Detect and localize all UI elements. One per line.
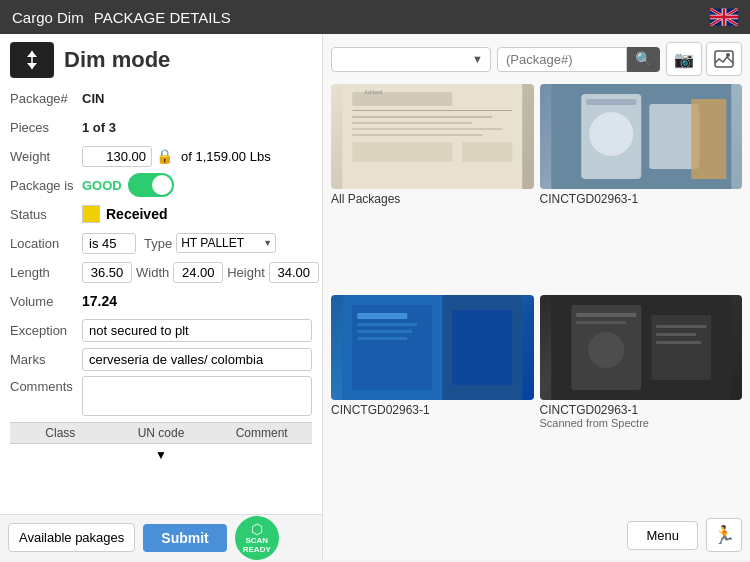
right-bottom-bar: Menu 🏃	[331, 518, 742, 552]
svg-rect-35	[651, 315, 711, 380]
type-select-wrapper: HT PALLET	[176, 233, 276, 253]
svg-rect-12	[352, 134, 482, 136]
svg-rect-25	[357, 313, 407, 319]
search-box: 🔍	[497, 47, 660, 72]
photo-item-1[interactable]: Ashland All Packages	[331, 84, 534, 289]
length-input[interactable]	[82, 262, 132, 283]
svg-point-5	[726, 53, 730, 57]
location-controls: Type HT PALLET	[82, 233, 276, 254]
svg-rect-37	[656, 333, 696, 336]
height-input[interactable]	[269, 262, 319, 283]
photo-thumbnail-3	[331, 295, 534, 400]
marks-label: Marks	[10, 352, 82, 367]
volume-value: 17.24	[82, 293, 117, 309]
photo-label-4: CINCTGD02963-1	[540, 403, 743, 417]
svg-rect-32	[576, 313, 636, 317]
type-label: Type	[144, 236, 172, 251]
chevron-down-icon: ▼	[155, 448, 167, 462]
photo-sublabel-4: Scanned from Spectre	[540, 417, 743, 429]
svg-rect-4	[715, 51, 733, 67]
right-panel: 🔍 📷	[323, 34, 750, 560]
search-button[interactable]: 🔍	[627, 47, 660, 72]
image-button[interactable]	[706, 42, 742, 76]
app-name: Cargo Dim	[12, 9, 84, 26]
package-dropdown-wrapper	[331, 47, 491, 72]
location-label: Location	[10, 236, 82, 251]
package-is-row: Package is GOOD	[10, 173, 312, 197]
svg-rect-21	[691, 99, 726, 179]
status-label: Status	[10, 207, 82, 222]
svg-rect-29	[452, 310, 512, 385]
photo-grid: Ashland All Packages CIN	[331, 84, 742, 512]
photo-thumbnail-2	[540, 84, 743, 189]
arrows-icon	[19, 48, 45, 72]
photo-content-3	[331, 295, 534, 400]
svg-rect-13	[352, 142, 452, 162]
photo-label-3: CINCTGD02963-1	[331, 403, 534, 417]
svg-rect-33	[576, 321, 626, 324]
photo-item-3[interactable]: CINCTGD02963-1	[331, 295, 534, 512]
table-header: Class UN code Comment	[10, 422, 312, 444]
scan-icon: ⬡	[251, 521, 263, 537]
photo-content-1: Ashland	[331, 84, 534, 189]
pieces-value: 1 of 3	[82, 120, 116, 135]
svg-rect-28	[357, 337, 407, 340]
dim-mode-icon	[10, 42, 54, 78]
comments-textarea[interactable]	[82, 376, 312, 416]
dimensions-row: Length Width Height	[10, 260, 312, 284]
bottom-bar: Available pakages Submit ⬡ SCANREADY	[0, 514, 323, 560]
exception-input[interactable]	[82, 319, 312, 342]
length-label: Length	[10, 265, 82, 280]
package-is-label: Package is	[10, 178, 82, 193]
exception-row: Exception	[10, 318, 312, 342]
status-value: Received	[106, 206, 167, 222]
svg-rect-18	[586, 99, 636, 105]
right-top-controls: 🔍 📷	[331, 42, 742, 76]
left-panel: Dim mode Package# CIN Pieces 1 of 3 Weig…	[0, 34, 323, 560]
main-layout: Dim mode Package# CIN Pieces 1 of 3 Weig…	[0, 34, 750, 560]
weight-total: of 1,159.00 Lbs	[181, 149, 271, 164]
photo-label-2: CINCTGD02963-1	[540, 192, 743, 206]
status-color-indicator	[82, 205, 100, 223]
available-packages-button[interactable]: Available pakages	[8, 523, 135, 552]
svg-rect-27	[357, 330, 412, 333]
toggle-knob	[152, 175, 172, 195]
submit-button[interactable]: Submit	[143, 524, 226, 552]
volume-label: Volume	[10, 294, 82, 309]
photo-item-4[interactable]: CINCTGD02963-1 Scanned from Spectre	[540, 295, 743, 512]
page-title: PACKAGE DETAILS	[94, 9, 231, 26]
svg-rect-26	[357, 323, 417, 326]
package-dropdown[interactable]	[331, 47, 491, 72]
uk-flag-icon	[710, 8, 738, 26]
camera-button[interactable]: 📷	[666, 42, 702, 76]
photo-item-2[interactable]: CINCTGD02963-1	[540, 84, 743, 289]
marks-input[interactable]	[82, 348, 312, 371]
svg-rect-8	[352, 110, 512, 111]
marks-row: Marks	[10, 347, 312, 371]
table-col-uncode: UN code	[111, 426, 212, 440]
weight-label: Weight	[10, 149, 82, 164]
package-row: Package# CIN	[10, 86, 312, 110]
runner-button[interactable]: 🏃	[706, 518, 742, 552]
height-label: Height	[227, 265, 265, 280]
weight-input[interactable]	[82, 146, 152, 167]
weight-row: Weight 🔒 of 1,159.00 Lbs	[10, 144, 312, 168]
table-expand[interactable]: ▼	[10, 444, 312, 466]
table-col-class: Class	[10, 426, 111, 440]
toggle-container[interactable]: GOOD	[82, 173, 174, 197]
type-select[interactable]: HT PALLET	[176, 233, 276, 253]
svg-text:Ashland: Ashland	[364, 89, 382, 95]
toggle-label: GOOD	[82, 178, 122, 193]
search-icon: 🔍	[635, 51, 652, 67]
scan-button[interactable]: ⬡ SCANREADY	[235, 516, 279, 560]
menu-button[interactable]: Menu	[627, 521, 698, 550]
location-input[interactable]	[82, 233, 136, 254]
comments-row: Comments	[10, 376, 312, 416]
svg-rect-9	[352, 116, 492, 118]
width-input[interactable]	[173, 262, 223, 283]
search-input[interactable]	[497, 47, 627, 72]
dim-mode-title: Dim mode	[64, 47, 170, 73]
svg-rect-36	[656, 325, 706, 328]
app-header: Cargo Dim PACKAGE DETAILS	[0, 0, 750, 34]
good-toggle[interactable]	[128, 173, 174, 197]
